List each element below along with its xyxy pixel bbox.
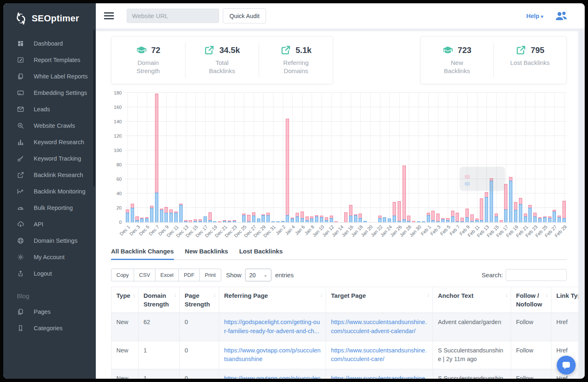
sidebar-item-backlink-research[interactable]: Backlink Research (3, 167, 96, 183)
sidebar-item-label: Leads (34, 106, 50, 113)
y-axis-tick-label: 20 (111, 205, 122, 210)
sort-arrow-icon[interactable]: ↓ (213, 291, 216, 299)
chart-bar (435, 93, 440, 222)
stat-total-backlinks: 34.5kTotal Backlinks (185, 43, 259, 78)
chart-bar (348, 93, 353, 222)
sidebar-item-categories[interactable]: Categories (3, 320, 96, 336)
chart-bar (494, 93, 499, 222)
target-page-link[interactable]: https://www.succulentsandsunshine.com/su… (331, 347, 427, 363)
chart-bar (295, 93, 300, 222)
sidebar-item-label: Embedding Settings (34, 90, 87, 96)
pdf-button[interactable]: PDF (178, 269, 200, 281)
sidebar-item-leads[interactable]: Leads (3, 101, 96, 117)
x-axis-tick-label: Jan 6 (294, 224, 306, 236)
sidebar-item-logout[interactable]: Logout (3, 265, 96, 282)
stat-referring-domains: 5.1kReferring Domains (259, 43, 333, 78)
chart-bar (387, 93, 392, 222)
column-header-follow-nofollow[interactable]: Follow / Nofollow↓ (511, 287, 551, 313)
table-row: New10https://www.govtapp.com/p/succulent… (111, 369, 579, 379)
cell-type: New (111, 369, 139, 379)
sort-arrow-icon[interactable]: ↓ (427, 291, 430, 299)
stat-value: 795 (531, 46, 544, 55)
sidebar-item-domain-settings[interactable]: Domain Settings (3, 232, 96, 249)
sidebar-item-my-account[interactable]: My Account (3, 249, 96, 265)
sidebar-nav: DashboardReport TemplatesWhite Label Rep… (3, 31, 96, 282)
sidebar-item-api[interactable]: API (3, 216, 96, 232)
chart-bar (144, 93, 149, 222)
sidebar-item-white-label-reports[interactable]: White Label Reports (3, 68, 96, 85)
chart-bar (465, 93, 470, 222)
referring-page-link[interactable]: https://godspacelight.com/getting-our-fa… (224, 319, 320, 334)
target-page-link[interactable]: https://www.succulentsandsunshine.com/ty… (331, 375, 427, 379)
domain-settings-icon (17, 237, 24, 244)
sidebar-item-dashboard[interactable]: Dashboard (3, 35, 96, 52)
cell-domain-strength: 1 (139, 369, 180, 379)
column-header-domain-strength[interactable]: Domain Strength↓ (139, 287, 180, 313)
sidebar-item-keyword-tracking[interactable]: Keyword Tracking (3, 150, 96, 167)
column-header-link-type[interactable]: Link Type↓ (551, 287, 579, 313)
copy-button[interactable]: Copy (111, 269, 134, 281)
target-page-link[interactable]: https://www.succulentsandsunshine.com/su… (331, 319, 427, 334)
sidebar-item-keyword-research[interactable]: Keyword Research (3, 134, 96, 150)
cell-domain-strength: 1 (139, 341, 180, 369)
column-header-page-strength[interactable]: Page Strength↓ (180, 287, 219, 313)
hamburger-menu-icon[interactable] (104, 11, 114, 21)
entries-select[interactable]: 20 ⌄ (245, 269, 271, 281)
y-axis-tick-label: 180 (111, 90, 122, 95)
sidebar-item-report-templates[interactable]: Report Templates (3, 52, 96, 68)
csv-button[interactable]: CSV (134, 269, 155, 281)
y-axis-tick-label: 0 (111, 220, 122, 225)
print-button[interactable]: Print (199, 269, 221, 281)
chart-bar (222, 93, 227, 222)
sidebar-item-label: Domain Settings (34, 237, 77, 244)
column-header-referring-page[interactable]: Referring Page↓ (219, 287, 326, 313)
sidebar-item-pages[interactable]: Pages (3, 304, 96, 320)
referring-page-link[interactable]: https://www.govtapp.com/p/succulentsands… (224, 375, 321, 379)
quick-audit-button[interactable]: Quick Audit (223, 8, 266, 23)
stat-domain-strength: 72Domain Strength (111, 43, 185, 78)
chart-bar (159, 93, 164, 222)
chart-bar (305, 93, 310, 222)
sidebar-item-bulk-reporting[interactable]: Bulk Reporting (3, 200, 96, 216)
chat-widget-button[interactable] (557, 356, 576, 375)
sidebar-item-embedding-settings[interactable]: Embedding Settings (3, 85, 96, 101)
chart-bar (149, 93, 154, 222)
chart-bar (537, 93, 542, 222)
users-icon[interactable] (555, 11, 567, 21)
chart-bar (174, 93, 178, 222)
chart-bar (309, 93, 314, 222)
sort-arrow-icon[interactable]: ↓ (133, 291, 136, 299)
sort-arrow-icon[interactable]: ↓ (505, 291, 508, 299)
sort-arrow-icon[interactable]: ↓ (546, 291, 549, 299)
chart-bar (169, 93, 174, 222)
help-dropdown[interactable]: Help ▾ (526, 13, 543, 19)
sidebar-item-website-crawls[interactable]: Website Crawls (3, 117, 96, 134)
tab-lost-backlinks[interactable]: Lost Backlinks (239, 248, 283, 259)
tab-all-backlink-changes[interactable]: All Backlink Changes (111, 248, 174, 260)
sort-arrow-icon[interactable]: ↓ (320, 291, 323, 299)
chart-bar (499, 93, 504, 222)
cell-referring-page: https://godspacelight.com/getting-our-fa… (219, 313, 326, 341)
stat-lost-backlinks: 795Lost Backlinks (494, 43, 567, 78)
sidebar-item-label: White Label Reports (34, 73, 88, 80)
column-header-type[interactable]: Type↓ (111, 287, 139, 313)
x-axis-tick-label: Dec 3 (128, 224, 141, 237)
sidebar-item-backlink-monitoring[interactable]: Backlink Monitoring (3, 183, 96, 200)
chart-bar (271, 93, 275, 222)
tab-new-backlinks[interactable]: New Backlinks (185, 248, 228, 259)
sort-arrow-icon[interactable]: ↓ (174, 291, 177, 299)
search-input[interactable] (506, 269, 567, 281)
logo[interactable]: SEOptimer (3, 3, 96, 31)
column-header-target-page[interactable]: Target Page↓ (326, 287, 433, 313)
excel-button[interactable]: Excel (155, 269, 179, 281)
website-url-input[interactable] (127, 9, 219, 23)
y-axis-tick-label: 140 (111, 119, 122, 124)
referring-page-link[interactable]: https://www.govtapp.com/p/succulentsands… (224, 347, 321, 363)
chart-bar (484, 93, 489, 222)
white-label-reports-icon (17, 73, 24, 80)
chart-bar (251, 93, 256, 222)
api-icon (17, 221, 24, 228)
column-header-anchor-text[interactable]: Anchor Text↓ (433, 287, 511, 313)
stat-new-backlinks: 723New Backlinks (421, 43, 494, 78)
sidebar-scrollbar[interactable] (93, 30, 95, 186)
